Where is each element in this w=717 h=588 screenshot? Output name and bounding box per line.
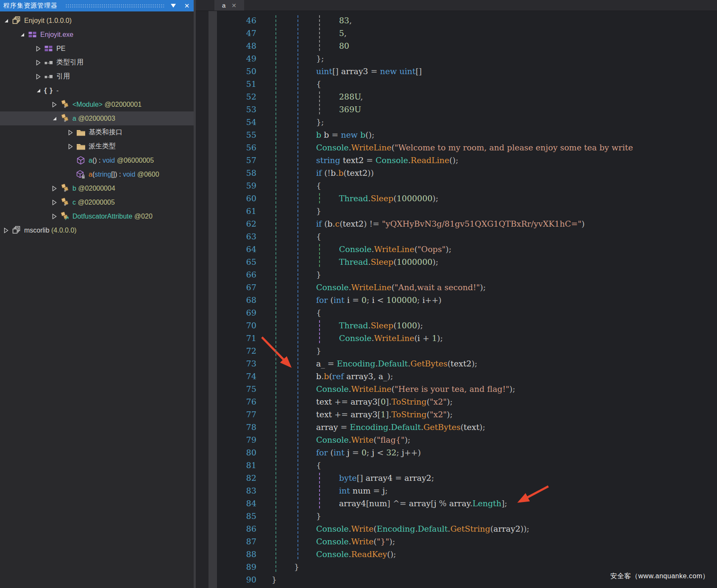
code-line[interactable]: 84array4[num] ^= array[j % array.Length]… [217,497,717,510]
chevron-collapsed-icon[interactable] [35,59,42,66]
typeref-icon [44,58,53,67]
code-line[interactable]: 85} [217,510,717,522]
code-line[interactable]: 57string text2 = Console.ReadLine(); [217,154,717,166]
indent-guide [319,473,320,508]
chevron-collapsed-icon[interactable] [51,213,58,220]
chevron-expanded-icon[interactable] [3,17,10,24]
line-number: 89 [217,560,259,573]
code-line[interactable]: 78array = Encoding.Default.GetBytes(text… [217,421,717,433]
chevron-collapsed-icon[interactable] [51,185,58,192]
tree-item-label: Enjoyit.exe [40,31,73,39]
code-text: 288U, [259,90,717,103]
code-line[interactable]: 54}; [217,116,717,128]
code-line[interactable]: 74b.b(ref array3, a_); [217,370,717,383]
code-line[interactable]: 55b b = new b(); [217,128,717,141]
code-line[interactable]: 76text += array3[0].ToString("x2"); [217,395,717,408]
code-text: Console.WriteLine("Welcome to my room, a… [259,141,717,154]
code-text: uint[] array3 = new uint[] [259,65,717,78]
tree-item[interactable]: DotfuscatorAttribute @020 [0,209,194,223]
tree-item[interactable]: 类型引用 [0,55,194,69]
tree-item[interactable]: b @02000004 [0,181,194,195]
code-line[interactable]: 61} [217,205,717,217]
line-number: 58 [217,166,259,179]
line-number: 54 [217,116,259,128]
code-line[interactable]: 75Console.WriteLine("Here is your tea, a… [217,383,717,395]
code-line[interactable]: 79Console.Write("flag{"); [217,433,717,446]
code-line[interactable]: 475, [217,27,717,39]
code-line[interactable]: 88Console.ReadKey(); [217,548,717,560]
code-text: Console.Write(Encoding.Default.GetString… [259,522,717,535]
tab-close-icon[interactable]: ✕ [231,2,236,9]
code-line[interactable]: 53369U [217,103,717,116]
code-line[interactable]: 87Console.Write("}"); [217,535,717,548]
code-line[interactable]: 69{ [217,306,717,319]
code-line[interactable]: 80for (int j = 0; j < 32; j++) [217,446,717,459]
tree-item[interactable]: a(string[]) : void @0600 [0,167,194,181]
code-line[interactable]: 73a_ = Encoding.Default.GetBytes(text2); [217,357,717,370]
code-line[interactable]: 83int num = j; [217,484,717,497]
code-text: { [259,179,717,192]
tree-item[interactable]: 基类和接口 [0,125,194,139]
code-line[interactable]: 59{ [217,179,717,192]
line-number: 69 [217,306,259,319]
tree-item[interactable]: <Module> @02000001 [0,97,194,111]
code-line[interactable]: 49}; [217,52,717,65]
chevron-collapsed-icon[interactable] [51,199,58,206]
code-line[interactable]: 64Console.WriteLine("Oops"); [217,243,717,255]
chevron-collapsed-icon[interactable] [35,73,42,80]
tree-item[interactable]: Enjoyit (1.0.0.0) [0,14,194,28]
chevron-collapsed-icon[interactable] [67,143,74,150]
close-icon[interactable]: ✕ [183,3,190,9]
tree-item[interactable]: 引用 [0,69,194,83]
code-line[interactable]: 81{ [217,459,717,472]
line-number: 50 [217,65,259,78]
code-line[interactable]: 71Console.WriteLine(i + 1); [217,332,717,344]
chevron-collapsed-icon[interactable] [35,45,42,52]
tree-item[interactable]: a() : void @06000005 [0,153,194,167]
chevron-collapsed-icon[interactable] [51,101,58,108]
code-line[interactable]: 72} [217,344,717,357]
code-line[interactable]: 68for (int i = 0; i < 100000; i++) [217,294,717,306]
tree-item[interactable]: mscorlib (4.0.0.0) [0,223,194,237]
code-line[interactable]: 62if (b.c(text2) != "yQXHyBvN3g/81gv51QX… [217,217,717,230]
code-line[interactable]: 70Thread.Sleep(1000); [217,319,717,332]
tree-item[interactable]: PE [0,42,194,55]
class-icon [60,114,69,123]
code-line[interactable]: 51{ [217,78,717,90]
code-line[interactable]: 4683, [217,14,717,27]
code-line[interactable]: 63{ [217,230,717,243]
code-line[interactable]: 77text += array3[1].ToString("x2"); [217,408,717,421]
folder-icon [76,128,86,137]
chevron-expanded-icon[interactable] [35,87,42,94]
tree-item[interactable]: c @02000005 [0,195,194,209]
code-line[interactable]: 86Console.Write(Encoding.Default.GetStri… [217,522,717,535]
code-line[interactable]: 58if (!b.b(text2)) [217,166,717,179]
code-line[interactable]: 52288U, [217,90,717,103]
tab-a[interactable]: a ✕ [214,0,244,11]
code-line[interactable]: 50uint[] array3 = new uint[] [217,65,717,78]
assembly-explorer-panel: 程序集资源管理器 ✕ Enjoyit (1.0.0.0) Enjoyit.exe… [0,0,194,588]
code-text: { [259,78,717,90]
chevron-down-icon[interactable] [170,3,177,9]
line-number: 49 [217,52,259,65]
code-line[interactable]: 56Console.WriteLine("Welcome to my room,… [217,141,717,154]
code-line[interactable]: 89} [217,560,717,573]
tree-item[interactable]: { }- [0,83,194,97]
code-line[interactable]: 4880 [217,39,717,52]
chevron-expanded-icon[interactable] [51,115,58,122]
chevron-collapsed-icon[interactable] [67,129,74,136]
code-line[interactable]: 67Console.WriteLine("And,wait a second!"… [217,281,717,294]
chevron-expanded-icon[interactable] [19,31,26,38]
code-line[interactable]: 65Thread.Sleep(1000000); [217,255,717,268]
breakpoint-gutter[interactable] [208,11,217,588]
line-number: 70 [217,319,259,332]
tree-item[interactable]: a @02000003 [0,111,194,125]
drag-grip[interactable] [65,4,164,8]
code-line[interactable]: 82byte[] array4 = array2; [217,472,717,484]
indent-guide [319,193,320,203]
code-line[interactable]: 66} [217,268,717,281]
chevron-collapsed-icon[interactable] [3,227,10,234]
tree-item[interactable]: 派生类型 [0,139,194,153]
code-line[interactable]: 60Thread.Sleep(1000000); [217,192,717,205]
tree-item[interactable]: Enjoyit.exe [0,28,194,42]
